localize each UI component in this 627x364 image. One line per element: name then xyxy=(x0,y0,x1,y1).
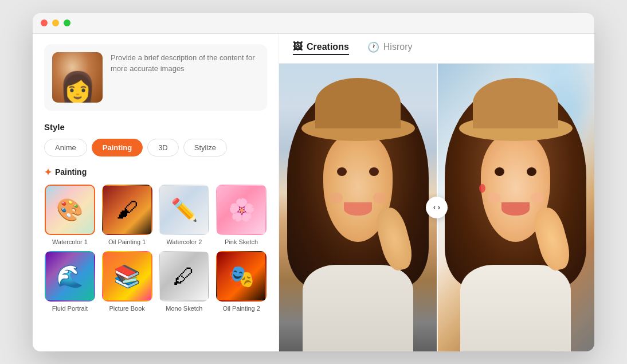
style-label-watercolor2: Watercolor 2 xyxy=(166,238,202,245)
avatar-thumbnail xyxy=(52,52,103,103)
cheek-left xyxy=(330,193,343,203)
style-label-pink: Pink Sketch xyxy=(225,238,258,245)
style-btn-anime[interactable]: Anime xyxy=(44,139,87,156)
tab-history[interactable]: 🕐 Hisrory xyxy=(367,41,413,56)
style-thumb-picbook xyxy=(102,251,152,302)
style-thumb-pink xyxy=(216,185,267,235)
style-label-oil2: Oil Painting 2 xyxy=(222,305,260,312)
painted-hat-crown xyxy=(473,78,558,128)
hat-layer xyxy=(311,78,405,141)
eye-left xyxy=(337,167,347,176)
style-label-oil1: Oil Painting 1 xyxy=(108,238,146,245)
style-btn-stylize[interactable]: Stylize xyxy=(183,139,227,156)
style-thumb-watercolor2 xyxy=(159,185,209,235)
painting-label: ✦ Painting xyxy=(44,167,267,178)
cheek-right xyxy=(373,193,386,203)
style-item-oil1[interactable]: Oil Painting 1 xyxy=(101,185,153,245)
image-original xyxy=(279,64,437,351)
photo-background xyxy=(279,64,437,351)
painted-hat xyxy=(468,78,563,141)
style-thumb-watercolor1 xyxy=(45,185,95,235)
style-thumb-oil2 xyxy=(216,251,267,302)
creations-icon: 🖼 xyxy=(293,41,303,53)
painted-background xyxy=(437,64,594,351)
style-item-watercolor1[interactable]: Watercolor 1 xyxy=(44,185,96,245)
left-panel: Style Anime Painting 3D Stylize ✦ Painti… xyxy=(33,34,279,351)
style-thumb-oil1 xyxy=(102,185,152,235)
style-btn-painting[interactable]: Painting xyxy=(92,139,143,156)
title-bar xyxy=(33,13,594,34)
style-item-pink[interactable]: Pink Sketch xyxy=(215,185,267,245)
style-item-picbook[interactable]: Picture Book xyxy=(101,251,153,312)
style-thumb-fluid xyxy=(45,251,95,302)
style-grid: Watercolor 1 Oil Painting 1 Watercolor 2… xyxy=(44,185,267,312)
spark-icon: ✦ xyxy=(44,167,52,178)
eye-right xyxy=(369,167,379,176)
tab-creations[interactable]: 🖼 Creations xyxy=(293,41,349,55)
panel-content: Style Anime Painting 3D Stylize ✦ Painti… xyxy=(33,34,279,322)
close-button[interactable] xyxy=(41,19,48,26)
compare-container: ‹ › xyxy=(279,64,594,351)
style-thumb-mono xyxy=(159,251,209,302)
history-icon: 🕐 xyxy=(367,41,379,53)
style-item-watercolor2[interactable]: Watercolor 2 xyxy=(159,185,210,245)
body-layer xyxy=(303,265,413,351)
style-label-mono: Mono Sketch xyxy=(166,305,202,312)
main-window: Style Anime Painting 3D Stylize ✦ Painti… xyxy=(33,13,594,351)
style-label-picbook: Picture Book xyxy=(109,305,144,312)
style-item-oil2[interactable]: Oil Painting 2 xyxy=(215,251,267,312)
tabs-bar: 🖼 Creations 🕐 Hisrory xyxy=(279,34,594,64)
description-area xyxy=(44,44,267,111)
description-input[interactable] xyxy=(111,52,259,103)
style-label-watercolor1: Watercolor 1 xyxy=(52,238,88,245)
right-panel: 🖼 Creations 🕐 Hisrory xyxy=(279,34,594,351)
style-label-fluid: Fluid Portrait xyxy=(52,305,88,312)
style-btn-3d[interactable]: 3D xyxy=(147,139,179,156)
maximize-button[interactable] xyxy=(64,19,70,26)
style-buttons: Anime Painting 3D Stylize xyxy=(44,139,267,156)
smile xyxy=(344,202,371,216)
painted-cheek-right xyxy=(531,193,543,203)
painted-eye-right xyxy=(527,167,536,176)
window-body: Style Anime Painting 3D Stylize ✦ Painti… xyxy=(33,34,594,351)
painted-eye-left xyxy=(495,167,504,176)
painted-smile xyxy=(501,202,529,216)
image-painted xyxy=(437,64,594,351)
tab-creations-label: Creations xyxy=(307,42,349,52)
image-display: ‹ › xyxy=(279,64,594,351)
painted-body xyxy=(460,265,571,351)
painted-cheek-left xyxy=(488,193,500,203)
style-item-fluid[interactable]: Fluid Portrait xyxy=(44,251,96,312)
compare-handle[interactable]: ‹ › xyxy=(426,197,448,218)
style-section-title: Style xyxy=(44,122,267,132)
tab-history-label: Hisrory xyxy=(383,42,413,52)
style-item-mono[interactable]: Mono Sketch xyxy=(159,251,210,312)
hat-crown xyxy=(315,78,401,128)
minimize-button[interactable] xyxy=(52,19,59,26)
